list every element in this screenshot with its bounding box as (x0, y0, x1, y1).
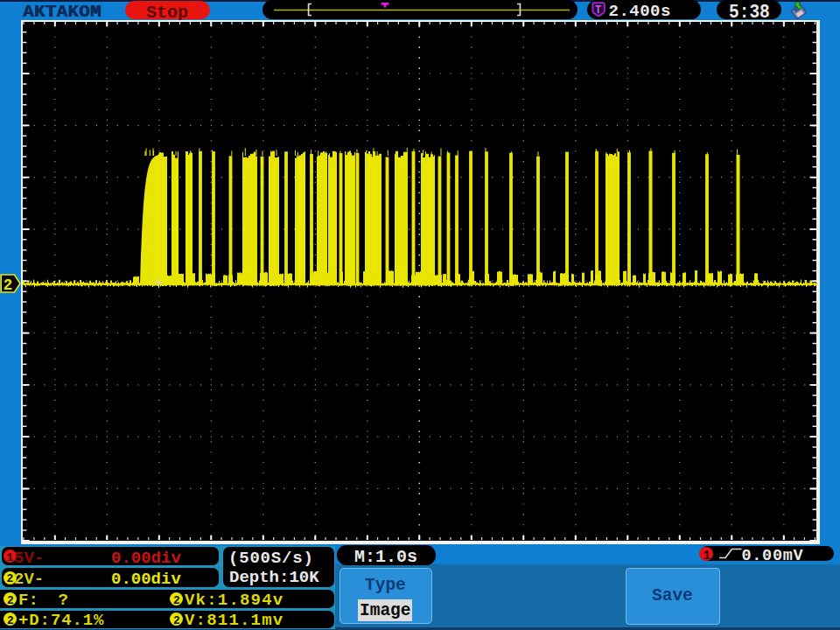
svg-text:2: 2 (4, 276, 13, 294)
